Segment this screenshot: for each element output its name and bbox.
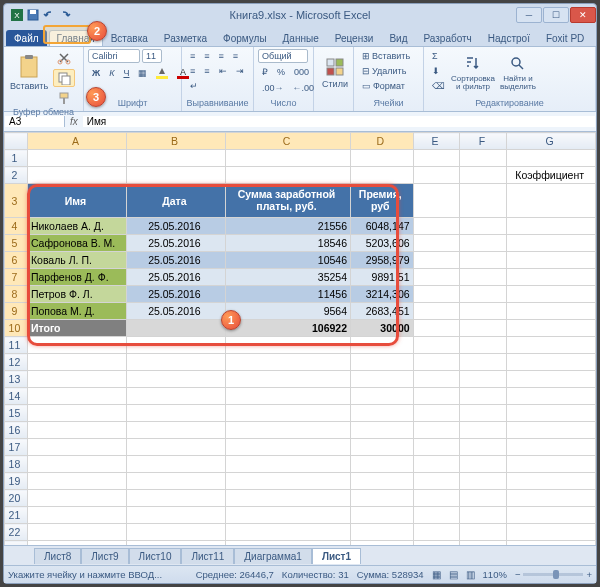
cell[interactable]: Дата [126,184,225,218]
formula-input[interactable]: Имя [83,116,595,127]
row-header[interactable]: 1 [5,150,28,167]
cell[interactable]: 3214,306 [351,286,414,303]
align-bot[interactable]: ≡ [215,49,228,63]
currency-button[interactable]: ₽ [258,65,272,79]
indent-inc[interactable]: ⇥ [232,64,248,78]
cell[interactable]: Петров Ф. Л. [27,286,126,303]
cell[interactable]: 25.05.2016 [126,269,225,286]
redo-icon[interactable] [58,8,72,22]
cell[interactable]: 25.05.2016 [126,303,225,320]
view-break-icon[interactable]: ▥ [466,569,475,580]
format-painter-button[interactable] [53,89,75,107]
cell[interactable]: 25.05.2016 [126,235,225,252]
row-header[interactable]: 12 [5,354,28,371]
cell[interactable]: 11456 [225,286,350,303]
save-icon[interactable] [26,8,40,22]
row-header[interactable]: 2 [5,167,28,184]
delete-cells[interactable]: ⊟ Удалить [358,64,410,78]
sheet-tab[interactable]: Диаграмма1 [234,548,312,564]
cell[interactable]: 2958,979 [351,252,414,269]
row-header[interactable]: 15 [5,405,28,422]
row-header[interactable]: 17 [5,439,28,456]
row-header[interactable]: 22 [5,524,28,541]
row-header[interactable]: 11 [5,337,28,354]
cell[interactable]: 106922 [225,320,350,337]
col-header[interactable]: E [413,133,460,150]
cell[interactable]: 30000 [351,320,414,337]
cell[interactable]: Сумма заработной платы, руб. [225,184,350,218]
border-button[interactable]: ▦ [134,65,151,81]
wrap-text[interactable]: ↵ [186,79,202,93]
sheet-tab[interactable]: Лист8 [34,548,81,564]
font-size[interactable]: 11 [142,49,162,63]
align-right[interactable]: ≡ [200,64,213,78]
tab-insert[interactable]: Вставка [103,30,156,46]
percent-button[interactable]: % [273,65,289,79]
col-header[interactable]: B [126,133,225,150]
cell[interactable]: Сафронова В. М. [27,235,126,252]
bold-button[interactable]: Ж [88,65,104,81]
row-header[interactable]: 13 [5,371,28,388]
tab-developer[interactable]: Разработч [415,30,479,46]
tab-addins[interactable]: Надстрої [480,30,538,46]
autosum-button[interactable]: Σ [428,49,449,63]
minimize-button[interactable]: ─ [516,7,542,23]
cell[interactable]: Коэффициент [507,167,596,184]
sheet-tab[interactable]: Лист9 [81,548,128,564]
row-header[interactable]: 9 [5,303,28,320]
row-header[interactable]: 14 [5,388,28,405]
row-header[interactable]: 10 [5,320,28,337]
col-header[interactable]: F [460,133,507,150]
number-format[interactable]: Общий [258,49,308,63]
cell[interactable]: 6048,147 [351,218,414,235]
align-center[interactable]: ≡ [186,64,199,78]
inc-decimal[interactable]: .00→ [258,81,288,95]
sheet-tab[interactable]: Лист11 [181,548,234,564]
row-header[interactable]: 4 [5,218,28,235]
view-layout-icon[interactable]: ▤ [449,569,458,580]
tab-data[interactable]: Данные [275,30,327,46]
align-left[interactable]: ≡ [229,49,242,63]
maximize-button[interactable]: ☐ [543,7,569,23]
row-header[interactable]: 6 [5,252,28,269]
italic-button[interactable]: К [105,65,118,81]
row-header[interactable]: 16 [5,422,28,439]
row-header[interactable]: 23 [5,541,28,546]
find-select-button[interactable]: Найти и выделить [497,49,539,97]
sheet-tab[interactable]: Лист1 [312,548,361,564]
clear-button[interactable]: ⌫ [428,79,449,93]
cell[interactable]: 5203,606 [351,235,414,252]
row-header[interactable]: 8 [5,286,28,303]
cell[interactable]: 35254 [225,269,350,286]
format-cells[interactable]: ▭ Формат [358,79,409,93]
align-mid[interactable]: ≡ [200,49,213,63]
cell[interactable]: 0,280578366 [507,184,596,218]
row-header[interactable]: 20 [5,490,28,507]
zoom-level[interactable]: 110% [483,569,507,580]
sheet-tab[interactable]: Лист10 [129,548,182,564]
cell[interactable]: Премия, руб [351,184,414,218]
tab-view[interactable]: Вид [381,30,415,46]
tab-file[interactable]: Файл [6,30,47,46]
cell[interactable]: 25.05.2016 [126,218,225,235]
paste-button[interactable]: Вставить [8,49,50,97]
insert-cells[interactable]: ⊞ Вставить [358,49,414,63]
cell[interactable]: Парфенов Д. Ф. [27,269,126,286]
col-header[interactable]: G [507,133,596,150]
row-header[interactable]: 19 [5,473,28,490]
cell[interactable]: Итого [27,320,126,337]
row-header[interactable]: 21 [5,507,28,524]
fill-color-button[interactable] [152,65,172,81]
cell[interactable]: Николаев А. Д. [27,218,126,235]
undo-icon[interactable] [42,8,56,22]
row-header[interactable]: 5 [5,235,28,252]
cell[interactable]: 21556 [225,218,350,235]
row-header[interactable]: 18 [5,456,28,473]
col-header[interactable]: D [351,133,414,150]
tab-review[interactable]: Рецензи [327,30,382,46]
tab-home[interactable]: Главная [49,30,103,46]
styles-button[interactable]: Стили [318,49,352,97]
cell[interactable]: Попова М. Д. [27,303,126,320]
tab-formulas[interactable]: Формулы [215,30,275,46]
cell[interactable]: 2683,451 [351,303,414,320]
